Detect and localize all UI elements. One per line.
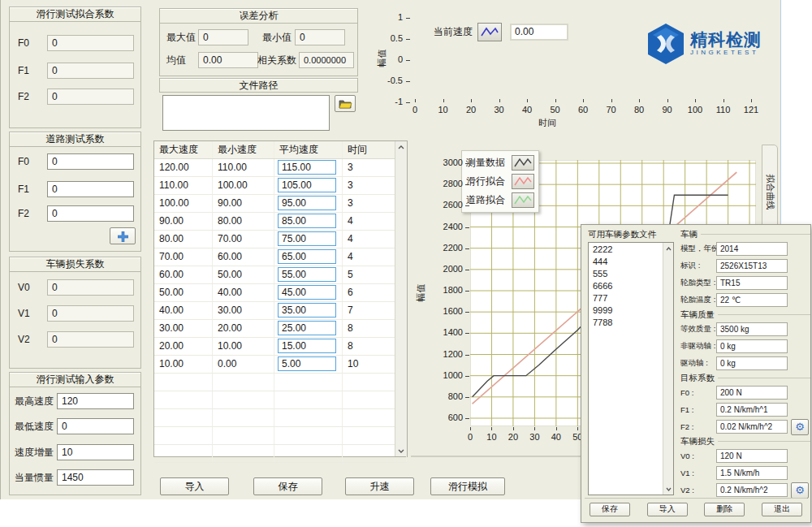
param-label: 最高速度	[15, 395, 57, 408]
avg-speed-input[interactable]: 55.00	[278, 267, 336, 282]
field-input[interactable]: 0.2 N/km/h^1	[716, 403, 788, 417]
avg-speed-input[interactable]: 45.00	[278, 285, 336, 300]
vehicle-file-item[interactable]: 6666	[590, 280, 662, 292]
legend-label: 滑行拟合	[466, 175, 512, 188]
table-cell: 25.00	[274, 320, 343, 337]
table-scrollbar[interactable]	[395, 141, 407, 456]
current-speed-plot-style-button[interactable]	[477, 23, 502, 41]
table-cell: 30.00	[154, 320, 213, 337]
avg-speed-input[interactable]: 15.00	[278, 339, 336, 353]
field-input[interactable]: 3500 kg	[716, 322, 788, 336]
scroll-up-icon[interactable]	[663, 243, 673, 254]
speed-step-input[interactable]: 10	[57, 444, 134, 460]
vehicle-file-item[interactable]: 7788	[590, 317, 662, 329]
field-input[interactable]: 2014	[716, 242, 788, 256]
dialog-field-row: 标识 :2526X15T13	[680, 257, 810, 274]
tick-mark	[499, 99, 500, 102]
field-label: F1 :	[680, 405, 716, 414]
avg-speed-input[interactable]: 65.00	[278, 249, 336, 264]
field-input[interactable]: 22 ℃	[716, 293, 788, 307]
table-cell: 65.00	[274, 248, 343, 266]
tick-mark	[491, 427, 492, 430]
field-input[interactable]: 1.5 N/km/h	[716, 466, 788, 480]
tick-mark	[406, 102, 410, 103]
avg-speed-input[interactable]: 95.00	[278, 196, 336, 210]
vehicle-file-item[interactable]: 555	[590, 268, 662, 280]
avg-speed-input[interactable]: 25.00	[278, 321, 336, 335]
save-button[interactable]: 保存	[253, 477, 322, 495]
table-cell-empty	[154, 391, 213, 408]
avg-speed-input[interactable]: 85.00	[278, 214, 336, 228]
current-speed-label: 当前速度	[434, 25, 473, 39]
strip-ytick: 0.5	[375, 33, 403, 43]
vehicle-file-item[interactable]: 2222	[590, 244, 662, 256]
legend-entry: 滑行拟合	[466, 172, 534, 191]
scroll-down-icon[interactable]	[395, 445, 407, 456]
tick-mark	[465, 184, 469, 185]
coast-sim-button[interactable]: 滑行模拟	[430, 477, 505, 495]
panel-title: 误差分析	[160, 9, 357, 24]
avg-speed-input[interactable]: 75.00	[278, 231, 336, 246]
column-header-1: 最小速度	[213, 141, 274, 158]
road-f0-input[interactable]: 0	[47, 153, 134, 170]
avg-speed-input[interactable]: 115.00	[278, 160, 336, 175]
field-input[interactable]: 0 kg	[716, 356, 788, 370]
tick-mark	[406, 60, 410, 61]
legend-plot-style-button[interactable]	[512, 174, 534, 189]
equiv-inertia-input[interactable]: 1450	[57, 469, 134, 486]
vehicle-file-item[interactable]: 9999	[590, 305, 662, 317]
fit-ytick: 600	[429, 413, 463, 422]
legend-plot-style-button[interactable]	[512, 192, 534, 208]
section-divider	[718, 441, 810, 442]
table-cell: 90.00	[213, 195, 274, 212]
tick-mark	[695, 99, 696, 102]
table-cell: 100.00	[213, 177, 274, 194]
table-row: 50.0040.0045.006	[154, 284, 407, 302]
scroll-down-icon[interactable]	[663, 483, 673, 495]
field-input[interactable]: TR15	[716, 276, 788, 290]
field-input[interactable]: 200 N	[716, 386, 788, 400]
gear-button[interactable]: ⚙	[791, 482, 809, 499]
avg-speed-input[interactable]: 105.00	[278, 178, 336, 192]
tick-mark	[470, 427, 471, 430]
field-input[interactable]: 120 N	[716, 449, 788, 463]
table-cell-empty	[213, 445, 274, 462]
min-speed-input[interactable]: 0	[57, 418, 134, 434]
import-button[interactable]: 导入	[160, 477, 229, 495]
dialog-field-row: 驱动轴 :0 kg	[680, 355, 810, 372]
add-road-coeff-button[interactable]	[110, 227, 136, 244]
dialog-save-button[interactable]: 保存	[590, 503, 630, 516]
field-input[interactable]: 0.02 N/km/h^2	[716, 420, 788, 434]
vehicle-file-item[interactable]: 444	[590, 256, 662, 268]
legend-plot-style-button[interactable]	[512, 155, 534, 171]
dialog-import-button[interactable]: 导入	[647, 503, 688, 516]
dialog-field-row: 非驱动轴 :0 kg	[680, 338, 810, 355]
vehicle-file-listbox[interactable]: 2222444555666677799997788	[588, 242, 674, 495]
table-cell: 75.00	[274, 231, 343, 248]
file-path-input[interactable]	[162, 95, 330, 131]
scroll-up-icon[interactable]	[395, 141, 407, 153]
table-cell: 70.00	[154, 248, 213, 266]
avg-speed-input[interactable]: 5.00	[278, 356, 336, 371]
field-input[interactable]: 2526X15T13	[716, 259, 788, 273]
field-input[interactable]: 0.2 N/km/h^2	[716, 483, 788, 497]
column-header-2: 平均速度	[274, 141, 343, 158]
avg-speed-input[interactable]: 35.00	[278, 303, 336, 317]
browse-folder-button[interactable]	[335, 95, 356, 112]
max-speed-input[interactable]: 120	[57, 393, 134, 409]
coeff-label: F0	[18, 156, 47, 167]
table-cell: 90.00	[154, 213, 213, 230]
road-f2-input[interactable]: 0	[47, 205, 134, 222]
dialog-delete-button[interactable]: 删除	[704, 503, 745, 516]
table-cell: 40.00	[154, 302, 213, 319]
dialog-exit-button[interactable]: 退出	[762, 503, 802, 516]
vehicle-file-item[interactable]: 777	[590, 292, 662, 305]
speedup-button[interactable]: 升速	[345, 477, 414, 495]
fit-xtick: 20	[502, 432, 525, 442]
list-scrollbar[interactable]	[663, 243, 673, 495]
field-input[interactable]: 0 kg	[716, 339, 788, 353]
road-f1-input[interactable]: 0	[47, 181, 134, 197]
tick-mark	[443, 99, 444, 102]
table-cell: 110.00	[154, 177, 213, 194]
gear-button[interactable]: ⚙	[791, 419, 809, 435]
